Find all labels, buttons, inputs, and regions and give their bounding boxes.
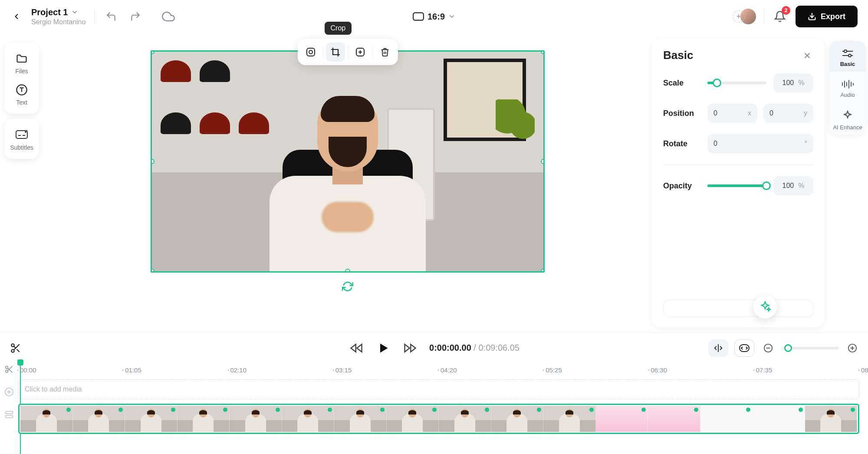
collapsed-section[interactable] [663,299,813,317]
svg-point-23 [11,349,14,352]
clip-thumbnail [73,406,125,432]
scale-value: 100 [783,79,794,87]
svg-point-6 [309,50,312,54]
redo-button[interactable] [128,9,143,24]
svg-point-22 [11,344,14,347]
opacity-slider[interactable] [707,184,766,187]
files-label: Files [15,68,28,75]
svg-point-4 [25,131,26,133]
add-media-icon[interactable] [4,387,14,397]
properties-panel: Basic Scale 100 % Position 0 x [652,38,825,327]
position-y-input[interactable]: 0 y [763,104,813,123]
resize-handle[interactable] [541,50,545,54]
clip-thumbnail [20,406,73,432]
rewind-button[interactable] [349,340,364,356]
snap-button[interactable] [708,339,728,357]
canvas-area: Crop [43,33,652,332]
duplicate-button[interactable] [351,43,370,62]
separator [372,46,373,59]
position-x-input[interactable]: 0 x [707,104,757,123]
ai-enhance-tab-label: AI Enhance [833,124,862,131]
total-time: 0:09:06.05 [478,343,519,352]
position-y-value: 0 [769,109,773,117]
svg-marker-29 [380,343,388,352]
video-clip[interactable] [18,404,859,434]
zoom-slider[interactable] [782,347,838,349]
aspect-ratio-selector[interactable]: 16:9 [413,12,455,22]
files-tab[interactable]: Files [4,47,39,78]
chevron-down-icon[interactable] [71,9,78,16]
waveform-icon [841,79,854,89]
scale-row: Scale 100 % [663,73,813,92]
cut-tool-icon[interactable] [4,365,14,374]
text-tab[interactable]: Text [4,78,39,109]
add-media-placeholder: Click to add media [25,385,82,393]
svg-rect-0 [413,13,424,20]
resize-handle[interactable] [345,269,350,273]
aspect-ratio-value: 16:9 [427,12,445,22]
resize-handle[interactable] [541,269,545,273]
add-collaborator-button[interactable]: + [733,10,745,23]
svg-point-40 [6,370,8,373]
cloud-sync-button[interactable] [161,9,176,24]
reset-transform-button[interactable] [340,279,355,294]
time-tick: 05:25 [543,366,562,374]
opacity-row: Opacity 100 % [663,176,813,195]
current-time: 0:00:00.00 [429,343,471,352]
export-button[interactable]: Export [796,6,858,27]
scale-unit: % [798,79,804,87]
clip-thumbnail [491,406,544,432]
clip-thumbnail [543,406,596,432]
project-name[interactable]: Project 1 [31,7,68,17]
opacity-value-box[interactable]: 100 % [773,176,813,195]
forward-button[interactable] [402,340,418,356]
clip-thumbnail [387,406,439,432]
chevron-down-icon [448,13,455,20]
ai-enhance-tab[interactable]: AI Enhance [829,102,866,135]
play-button[interactable] [375,340,391,356]
rotate-label: Rotate [663,139,700,148]
resize-handle[interactable] [151,269,155,273]
scale-value-box[interactable]: 100 % [773,73,813,92]
transport-bar: 0:00:00.00 / 0:09:06.05 [0,332,868,363]
svg-rect-46 [6,411,13,414]
collaborators[interactable]: + [740,9,756,24]
notifications-button[interactable]: 2 [772,9,788,24]
subtitles-icon [15,128,28,141]
fit-button[interactable] [734,339,754,357]
clip-thumbnail [648,406,700,432]
track-icon[interactable] [4,410,14,419]
audio-tab[interactable]: Audio [829,72,866,102]
clip-thumbnail [753,406,805,432]
zoom-in-button[interactable] [845,340,860,356]
basic-tab[interactable]: Basic [829,41,866,72]
crop-button[interactable] [326,43,345,62]
undo-button[interactable] [103,9,119,24]
back-button[interactable] [10,10,23,23]
video-preview[interactable] [151,50,545,273]
time-tick: 02:10 [228,366,247,374]
position-row: Position 0 x 0 y [663,104,813,123]
resize-handle[interactable] [541,159,545,164]
clip-thumbnail [805,406,858,432]
separator [663,164,813,165]
add-media-track[interactable]: Click to add media [18,379,859,399]
text-label: Text [16,99,27,106]
left-rail: Files Text Subtitles [0,33,43,332]
subtitles-tab[interactable]: Subtitles [4,123,39,155]
basic-tab-label: Basic [840,61,855,67]
replace-button[interactable] [301,43,320,62]
sparkle-icon [842,110,853,122]
divider [94,9,95,24]
svg-marker-27 [351,344,356,352]
time-ruler[interactable]: 00:0001:0502:1003:1504:2005:2506:3007:35… [18,363,859,378]
split-button[interactable] [8,340,23,356]
zoom-out-button[interactable] [760,340,776,356]
ai-fab-button[interactable] [753,295,777,319]
scale-slider[interactable] [707,82,766,84]
clip-thumbnail [596,406,648,432]
rotate-input[interactable]: 0 ° [707,134,813,153]
svg-line-26 [14,346,16,348]
delete-button[interactable] [375,43,395,62]
close-panel-button[interactable] [801,49,813,62]
